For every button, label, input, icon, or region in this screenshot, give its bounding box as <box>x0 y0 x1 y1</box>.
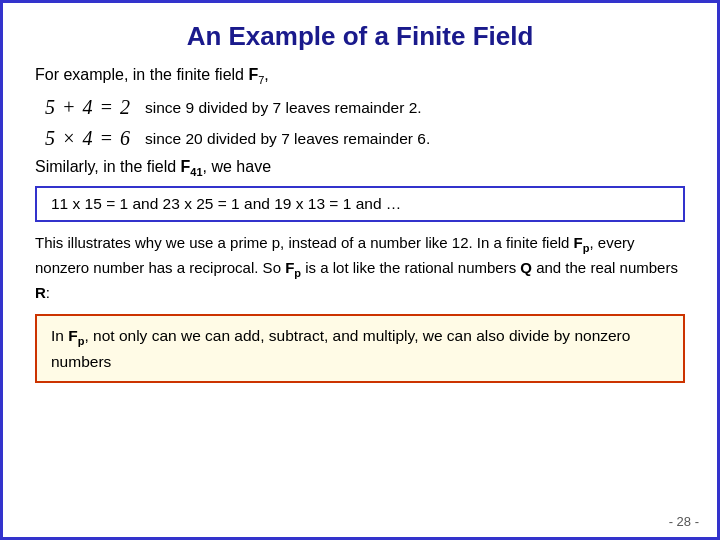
page-number: - 28 - <box>669 514 699 529</box>
similarly-text: Similarly, in the field <box>35 158 181 175</box>
formula-2: 5 × 4 = 6 <box>45 127 131 150</box>
highlight-fp: Fp <box>68 327 84 344</box>
formula-2-math: 5 × 4 = 6 <box>45 127 131 150</box>
formula-1-math: 5 + 4 = 2 <box>45 96 131 119</box>
intro-text: For example, in the finite field <box>35 66 248 83</box>
para-text1: This illustrates why we use a prime p, i… <box>35 234 574 251</box>
formula-1-explanation: since 9 divided by 7 leaves remainder 2. <box>145 99 422 117</box>
formula-row-1: 5 + 4 = 2 since 9 divided by 7 leaves re… <box>35 96 685 119</box>
similarly-field: F41 <box>181 158 203 175</box>
para-text4: and the real numbers <box>532 259 678 276</box>
formula-2-explanation: since 20 divided by 7 leaves remainder 6… <box>145 130 430 148</box>
para-fp2: Fp <box>285 259 301 276</box>
para-fp1: Fp <box>574 234 590 251</box>
paragraph: This illustrates why we use a prime p, i… <box>35 232 685 304</box>
highlight-text1: In <box>51 327 68 344</box>
formula-1: 5 + 4 = 2 <box>45 96 131 119</box>
para-Q: Q <box>520 259 532 276</box>
intro-field: F7, <box>248 66 268 83</box>
slide-title: An Example of a Finite Field <box>35 21 685 52</box>
highlight-box: In Fp, not only can we can add, subtract… <box>35 314 685 383</box>
similarly-suffix: , we have <box>203 158 271 175</box>
examples-text: 11 x 15 = 1 and 23 x 25 = 1 and 19 x 13 … <box>51 195 401 212</box>
para-text5: : <box>46 284 50 301</box>
para-R: R <box>35 284 46 301</box>
highlight-text2: , not only can we can add, subtract, and… <box>51 327 630 370</box>
slide: An Example of a Finite Field For example… <box>3 3 717 537</box>
formula-row-2: 5 × 4 = 6 since 20 divided by 7 leaves r… <box>35 127 685 150</box>
intro-line: For example, in the finite field F7, <box>35 66 685 86</box>
para-text3: is a lot like the rational numbers <box>301 259 520 276</box>
examples-box: 11 x 15 = 1 and 23 x 25 = 1 and 19 x 13 … <box>35 186 685 222</box>
similarly-line: Similarly, in the field F41, we have <box>35 158 685 178</box>
